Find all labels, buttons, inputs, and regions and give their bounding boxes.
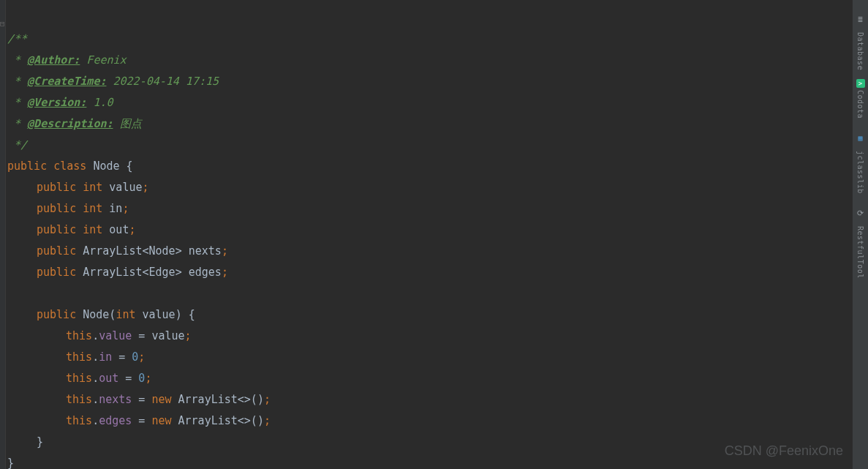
op-eq: =: [132, 414, 151, 427]
kw-this: this: [66, 329, 92, 342]
doc-star: *: [7, 75, 27, 88]
lt: <: [143, 244, 149, 258]
doc-create-val: 2022-04-14 17:15: [106, 75, 219, 88]
brace-close: }: [7, 457, 14, 469]
restful-icon: ⟳: [857, 203, 864, 224]
gt: >: [176, 244, 182, 258]
codota-icon: >: [856, 79, 865, 88]
semi: ;: [264, 414, 271, 427]
op-eq: =: [132, 329, 151, 342]
kw-public: public: [7, 160, 47, 173]
kw-public: public: [37, 223, 76, 236]
kw-this: this: [66, 372, 92, 385]
tool-label: jclasslib: [850, 151, 868, 194]
kw-public: public: [37, 308, 76, 321]
num-zero: 0: [132, 350, 138, 364]
type-edge: Edge: [149, 266, 176, 279]
semi: ;: [222, 244, 228, 258]
semi: ;: [222, 266, 228, 279]
field-value: value: [109, 181, 142, 194]
semi: ;: [185, 329, 192, 342]
brace-open: {: [189, 308, 195, 321]
ref-value: value: [99, 329, 132, 342]
rparen: ): [176, 308, 182, 321]
dot: .: [92, 393, 99, 406]
semi: ;: [122, 202, 129, 215]
dot: .: [92, 414, 99, 427]
doc-star: *: [7, 96, 27, 109]
op-eq: =: [132, 393, 151, 406]
op-eq: =: [112, 350, 132, 364]
lt: <: [143, 266, 149, 279]
field-out: out: [109, 223, 129, 236]
tool-restful[interactable]: ⟳ RestfulTool: [850, 200, 868, 282]
semi: ;: [145, 372, 151, 385]
semi: ;: [143, 181, 149, 194]
kw-class: class: [53, 160, 86, 173]
ref-edges: edges: [99, 414, 132, 427]
doc-star: *: [7, 117, 27, 130]
doc-tag-version: @Version:: [27, 96, 86, 109]
diamond: <>(): [238, 414, 264, 427]
type-arraylist: ArrayList: [83, 266, 142, 279]
kw-public: public: [37, 181, 76, 194]
kw-new: new: [151, 393, 171, 406]
tool-label: Database: [850, 32, 868, 70]
doc-desc-val: 图点: [113, 117, 142, 130]
doc-close: */: [7, 138, 27, 151]
kw-public: public: [37, 266, 76, 279]
doc-version-val: 1.0: [86, 96, 113, 109]
kw-this: this: [66, 350, 92, 364]
tool-label: Codota: [850, 90, 868, 119]
kw-this: this: [66, 414, 92, 427]
brace-close: }: [37, 435, 43, 449]
right-tool-dock: ≣ Database > Codota ▦ jclasslib ⟳ Restfu…: [852, 0, 868, 469]
code-editor-area[interactable]: /** * @Author: Feenix * @CreateTime: 202…: [7, 7, 848, 469]
op-eq: =: [118, 372, 138, 385]
param-value: value: [143, 308, 176, 321]
kw-int: int: [83, 202, 102, 215]
field-in: in: [109, 202, 122, 215]
doc-tag-author: @Author:: [27, 53, 80, 67]
ref-value-param: value: [151, 329, 184, 342]
kw-public: public: [37, 244, 76, 258]
semi: ;: [129, 223, 135, 236]
field-nexts: nexts: [189, 244, 222, 258]
semi: ;: [264, 393, 271, 406]
tool-codota[interactable]: > Codota: [850, 76, 868, 121]
brace-open: {: [127, 160, 133, 173]
kw-new: new: [151, 414, 171, 427]
class-name-node: Node: [93, 160, 119, 173]
doc-star: *: [7, 53, 27, 67]
diamond: <>(): [238, 393, 264, 406]
kw-int: int: [83, 181, 102, 194]
semi: ;: [138, 350, 145, 364]
ref-in: in: [99, 350, 112, 364]
ref-out: out: [99, 372, 118, 385]
kw-int: int: [83, 223, 102, 236]
kw-int: int: [116, 308, 135, 321]
editor-gutter: ⊟: [0, 0, 6, 469]
ctor-name: Node: [83, 308, 109, 321]
tool-jclasslib[interactable]: ▦ jclasslib: [850, 124, 868, 197]
gt: >: [176, 266, 182, 279]
type-arraylist: ArrayList: [178, 393, 238, 406]
field-edges: edges: [189, 266, 222, 279]
tool-database[interactable]: ≣ Database: [850, 6, 868, 73]
doc-tag-createtime: @CreateTime:: [27, 75, 106, 88]
type-arraylist: ArrayList: [178, 414, 238, 427]
type-arraylist: ArrayList: [83, 244, 142, 258]
dot: .: [92, 350, 99, 364]
ref-nexts: nexts: [99, 393, 132, 406]
dot: .: [92, 329, 99, 342]
dot: .: [92, 372, 99, 385]
tool-label: RestfulTool: [850, 226, 868, 279]
database-icon: ≣: [858, 9, 863, 30]
doc-author-val: Feenix: [80, 53, 126, 67]
doc-open: /**: [7, 32, 27, 45]
kw-public: public: [37, 202, 76, 215]
kw-this: this: [66, 393, 92, 406]
doc-tag-description: @Description:: [27, 117, 113, 130]
type-node: Node: [149, 244, 176, 258]
fold-mark-icon[interactable]: ⊟: [0, 13, 5, 34]
